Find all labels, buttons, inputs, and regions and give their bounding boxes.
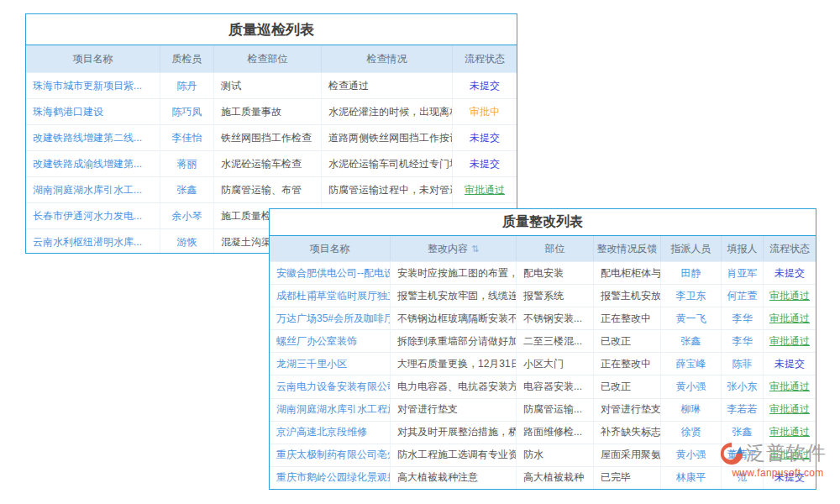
cell-project[interactable]: 重庆市鹅岭公园绿化景观提升... <box>270 467 391 489</box>
cell-content: 对其及时开展整治措施，桥头... <box>391 422 517 444</box>
cell-feedback: 报警主机安放... <box>594 285 661 307</box>
cell-status[interactable]: 审批通过 <box>764 375 816 397</box>
cell-assignee[interactable]: 黄小强 <box>661 375 722 397</box>
cell-assignee[interactable]: 田静 <box>661 262 722 284</box>
cell-project[interactable]: 珠海市城市更新项目紫... <box>26 73 160 98</box>
cell-assignee[interactable]: 薛宝峰 <box>661 353 722 375</box>
table-row: 万达广场35#会所及咖啡厅空...不锈钢边框玻璃隔断安装不牢...不锈钢安装..… <box>270 307 816 329</box>
cell-project[interactable]: 重庆太极制药有限公司亳州中... <box>270 444 391 466</box>
cell-inspector[interactable]: 陈巧凤 <box>160 99 214 124</box>
cell-part: 配电安装 <box>517 262 594 284</box>
table-row: 龙湖三千里小区大理石质量更换，12月31日之...小区大门正在整改中薛宝峰陈菲未… <box>270 352 816 375</box>
column-header-label: 指派人员 <box>671 242 711 256</box>
cell-content: 对管进行垫支 <box>391 399 517 421</box>
cell-assignee[interactable]: 柳琳 <box>661 399 722 421</box>
cell-part: 不锈钢安装... <box>517 307 594 329</box>
cell-part: 二至三楼混... <box>517 330 594 352</box>
cell-project[interactable]: 改建铁路线增建第二线... <box>26 125 160 150</box>
table-row: 湖南洞庭湖水库引水工程施工标对管进行垫支防腐管运输...对管进行垫支柳琳李若若审… <box>270 398 816 421</box>
table-row: 成都杜甫草堂临时展厅独立展...报警主机安放牢固，线缆连接...报警系统报警主机… <box>270 284 816 307</box>
cell-project[interactable]: 京沪高速北京段维修 <box>270 422 391 444</box>
cell-assignee[interactable]: 黄小强 <box>661 444 722 466</box>
cell-inspector[interactable]: 余小琴 <box>160 203 214 228</box>
cell-inspector[interactable]: 游恢 <box>160 229 214 254</box>
table-row: 珠海市城市更新项目紫...陈丹测试检查通过未提交 <box>26 72 517 98</box>
column-header: 项目名称 <box>270 236 391 261</box>
column-header: 整改情况反馈 <box>594 236 661 261</box>
cell-part: 铁丝网围挡工作检查 <box>214 125 322 150</box>
cell-status[interactable]: 审批通过 <box>764 399 816 421</box>
cell-feedback: 补齐缺失标志... <box>594 422 661 444</box>
cell-reporter[interactable]: 李华 <box>722 307 764 329</box>
cell-situation: 检查通过 <box>322 73 453 98</box>
table-header-row: 项目名称整改内容⇅部位整改情况反馈指派人员填报人流程状态 <box>270 236 816 261</box>
cell-project[interactable]: 珠海鹤港口建设 <box>26 99 160 124</box>
cell-project[interactable]: 云南电力设备安装有限公司20... <box>270 375 391 397</box>
cell-project[interactable]: 螺丝厂办公室装饰 <box>270 330 391 352</box>
column-header: 指派人员 <box>661 236 722 261</box>
cell-reporter[interactable]: 李华 <box>722 330 764 352</box>
cell-status[interactable]: 审批通过 <box>764 307 816 329</box>
cell-assignee[interactable]: 李卫东 <box>661 285 722 307</box>
cell-part: 报警系统 <box>517 285 594 307</box>
cell-inspector[interactable]: 张鑫 <box>160 177 214 202</box>
cell-part: 防腐管运输、布管 <box>214 177 322 202</box>
column-header: 检查部位 <box>214 45 322 72</box>
column-header-label: 整改内容 <box>428 242 468 256</box>
cell-reporter[interactable]: 肖亚军 <box>722 262 764 284</box>
cell-status[interactable]: 审批通过 <box>764 285 816 307</box>
fanpu-watermark: 泛普软件 www.fanpusoft.com <box>719 440 837 479</box>
cell-reporter[interactable]: 李若若 <box>722 399 764 421</box>
cell-assignee[interactable]: 林康平 <box>661 467 722 489</box>
cell-part: 测试 <box>214 73 322 98</box>
cell-status[interactable]: 未提交 <box>764 262 816 284</box>
cell-status[interactable]: 审批通过 <box>453 177 517 202</box>
cell-assignee[interactable]: 黄一飞 <box>661 307 722 329</box>
column-header: 填报人 <box>722 236 764 261</box>
column-header: 质检员 <box>160 45 214 72</box>
cell-part: 水泥砼运输车检查 <box>214 151 322 176</box>
sort-icon[interactable]: ⇅ <box>471 244 479 254</box>
cell-status[interactable]: 审批通过 <box>764 330 816 352</box>
table-row: 改建铁路线增建第二线...李佳怡铁丝网围挡工作检查道路两侧铁丝网围挡工作按设计.… <box>26 124 517 150</box>
cell-project[interactable]: 改建铁路成渝线增建第... <box>26 151 160 176</box>
watermark-url-text: www.fanpusoft.com <box>719 467 837 479</box>
column-header-label: 质检员 <box>172 52 202 66</box>
cell-status[interactable]: 未提交 <box>453 73 517 98</box>
column-header-label: 流程状态 <box>465 52 505 66</box>
column-header-label: 整改情况反馈 <box>597 242 658 256</box>
cell-reporter[interactable]: 张小东 <box>722 375 764 397</box>
cell-inspector[interactable]: 李佳怡 <box>160 125 214 150</box>
cell-project[interactable]: 龙湖三千里小区 <box>270 353 391 375</box>
cell-part: 施工质量事故 <box>214 99 322 124</box>
cell-status[interactable]: 未提交 <box>453 151 517 176</box>
cell-project[interactable]: 成都杜甫草堂临时展厅独立展... <box>270 285 391 307</box>
table-title: 质量巡检列表 <box>26 14 517 45</box>
cell-status[interactable]: 未提交 <box>764 353 816 375</box>
cell-content: 拆除到承重墙部分请做好加固... <box>391 330 517 352</box>
cell-content: 高大植被栽种注意 <box>391 467 517 489</box>
cell-project[interactable]: 湖南洞庭湖水库引水工... <box>26 177 160 202</box>
cell-project[interactable]: 安徽合肥供电公司--配电设备... <box>270 262 391 284</box>
column-header[interactable]: 整改内容⇅ <box>391 236 517 261</box>
column-header-label: 部位 <box>545 242 565 256</box>
cell-part: 小区大门 <box>517 353 594 375</box>
cell-feedback: 屋面采用聚氨... <box>594 444 661 466</box>
table-row: 安徽合肥供电公司--配电设备...安装时应按施工图的布置，将...配电安装配电柜… <box>270 261 816 284</box>
cell-inspector[interactable]: 陈丹 <box>160 73 214 98</box>
cell-project[interactable]: 长春市伊通河水力发电... <box>26 203 160 228</box>
cell-reporter[interactable]: 陈菲 <box>722 353 764 375</box>
cell-project[interactable]: 云南水利枢纽潜明水库... <box>26 229 160 254</box>
cell-content: 安装时应按施工图的布置，将... <box>391 262 517 284</box>
cell-status[interactable]: 未提交 <box>453 125 517 150</box>
cell-project[interactable]: 万达广场35#会所及咖啡厅空... <box>270 307 391 329</box>
cell-inspector[interactable]: 蒋丽 <box>160 151 214 176</box>
cell-feedback: 已改正 <box>594 375 661 397</box>
cell-assignee[interactable]: 张鑫 <box>661 330 722 352</box>
table-row: 螺丝厂办公室装饰拆除到承重墙部分请做好加固...二至三楼混...已改正张鑫李华审… <box>270 329 816 352</box>
cell-assignee[interactable]: 徐贤 <box>661 422 722 444</box>
cell-reporter[interactable]: 何芷萱 <box>722 285 764 307</box>
cell-status[interactable]: 审批中 <box>453 99 517 124</box>
cell-situation: 防腐管运输过程中，未对管进行... <box>322 177 453 202</box>
cell-project[interactable]: 湖南洞庭湖水库引水工程施工标 <box>270 399 391 421</box>
